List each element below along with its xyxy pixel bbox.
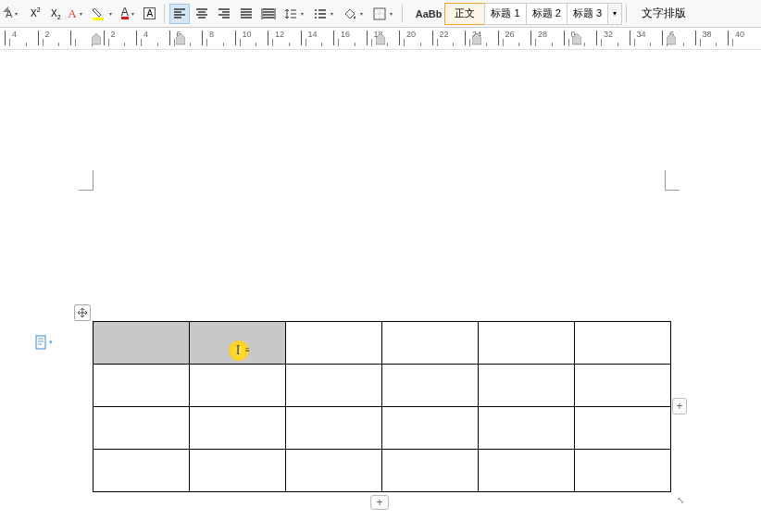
borders-button[interactable]: ▾ bbox=[369, 4, 397, 24]
table-cell[interactable] bbox=[382, 450, 479, 492]
table-cell[interactable] bbox=[190, 450, 286, 492]
table-cell[interactable] bbox=[286, 365, 382, 407]
font-color-button[interactable]: A ▾ bbox=[119, 4, 139, 24]
chevron-down-icon: ▾ bbox=[329, 10, 335, 17]
svg-point-3 bbox=[315, 17, 317, 19]
table-cell[interactable] bbox=[94, 322, 190, 365]
table-row[interactable] bbox=[94, 407, 671, 450]
chevron-down-icon: ▾ bbox=[388, 10, 394, 17]
table-cell[interactable] bbox=[575, 365, 671, 407]
chevron-down-icon: ▾ bbox=[49, 339, 53, 346]
table-move-handle[interactable] bbox=[74, 304, 91, 321]
line-spacing-icon bbox=[283, 6, 298, 21]
table-cell[interactable] bbox=[479, 407, 575, 450]
table-cell[interactable] bbox=[190, 365, 286, 407]
subscript-button[interactable]: X2 bbox=[44, 4, 63, 24]
chevron-down-icon: ▾ bbox=[13, 10, 19, 17]
align-center-button[interactable] bbox=[192, 4, 212, 24]
page-margin-corner-tl bbox=[79, 170, 94, 191]
table-cell[interactable] bbox=[286, 450, 382, 492]
align-distributed-icon bbox=[261, 6, 276, 21]
bullet-list-button[interactable]: ▾ bbox=[310, 4, 338, 24]
styles-more-button[interactable]: ▾ bbox=[607, 3, 622, 25]
table-row[interactable] bbox=[94, 365, 671, 407]
separator bbox=[402, 5, 403, 23]
align-justify-button[interactable] bbox=[236, 4, 256, 24]
styles-gallery: AaBb 正文 标题 1 标题 2 标题 3 ▾ bbox=[412, 3, 622, 25]
align-center-icon bbox=[194, 6, 209, 21]
superscript-button[interactable]: X2 bbox=[24, 4, 43, 24]
table-cell[interactable] bbox=[479, 365, 575, 407]
formatting-toolbar: A◢ ▾ X2 X2 A ▾ ▾ A ▾ A ▾ ▾ bbox=[0, 0, 761, 28]
table-cell[interactable] bbox=[286, 407, 382, 450]
chevron-down-icon: ▾ bbox=[299, 10, 306, 17]
chevron-down-icon: ▾ bbox=[78, 10, 84, 17]
style-heading3[interactable]: 标题 3 bbox=[567, 3, 608, 25]
separator bbox=[164, 5, 165, 23]
clear-formatting-button[interactable]: A◢ ▾ bbox=[3, 4, 22, 24]
separator bbox=[626, 5, 627, 23]
table-row[interactable] bbox=[94, 322, 671, 365]
document-icon bbox=[35, 335, 48, 350]
table-cell[interactable] bbox=[94, 365, 190, 407]
style-normal[interactable]: 正文 bbox=[444, 3, 485, 25]
table-cell[interactable] bbox=[575, 322, 671, 365]
table-resize-handle[interactable]: ⤡ bbox=[674, 493, 687, 506]
move-icon bbox=[77, 307, 88, 318]
style-preview: AaBb bbox=[412, 8, 446, 19]
svg-point-2 bbox=[315, 13, 317, 15]
svg-rect-5 bbox=[36, 336, 45, 349]
align-right-button[interactable] bbox=[214, 4, 234, 24]
table-cell[interactable] bbox=[575, 407, 671, 450]
chevron-down-icon: ▾ bbox=[130, 10, 136, 17]
table-row[interactable] bbox=[94, 450, 671, 492]
table-cell[interactable] bbox=[479, 322, 575, 365]
highlight-icon bbox=[92, 6, 106, 21]
align-left-button[interactable] bbox=[169, 4, 190, 24]
style-heading2[interactable]: 标题 2 bbox=[526, 3, 568, 25]
add-column-button[interactable]: + bbox=[672, 398, 687, 414]
table-cell[interactable] bbox=[94, 407, 190, 450]
align-left-icon bbox=[172, 6, 187, 21]
table-cell[interactable] bbox=[190, 322, 286, 365]
table-cell[interactable] bbox=[286, 322, 382, 365]
table-cell[interactable] bbox=[575, 450, 671, 492]
table-cell[interactable] bbox=[479, 450, 575, 492]
add-row-button[interactable]: + bbox=[370, 495, 389, 510]
paint-bucket-icon bbox=[343, 6, 357, 21]
table-cell[interactable] bbox=[382, 322, 479, 365]
align-justify-icon bbox=[239, 6, 254, 21]
shading-button[interactable]: ▾ bbox=[340, 4, 368, 24]
table-cell[interactable] bbox=[190, 407, 286, 450]
bullet-list-icon bbox=[313, 6, 328, 21]
chevron-down-icon: ▾ bbox=[107, 10, 114, 17]
text-layout-button[interactable]: 文字排版 bbox=[638, 6, 690, 21]
navigation-pane-button[interactable]: ▾ bbox=[35, 335, 53, 350]
svg-rect-0 bbox=[93, 18, 104, 20]
style-heading1[interactable]: 标题 1 bbox=[484, 3, 526, 25]
table-cell[interactable] bbox=[94, 450, 190, 492]
horizontal-ruler[interactable]: 422468101214161820222426280323463840 bbox=[0, 30, 761, 50]
borders-icon bbox=[372, 6, 387, 21]
align-distributed-button[interactable] bbox=[258, 4, 279, 24]
table-cell[interactable] bbox=[382, 365, 479, 407]
chevron-down-icon: ▾ bbox=[358, 10, 365, 17]
font-effects-button[interactable]: A ▾ bbox=[65, 4, 86, 24]
page-margin-corner-tr bbox=[665, 170, 680, 191]
highlight-color-button[interactable]: ▾ bbox=[89, 4, 117, 24]
align-right-icon bbox=[217, 6, 231, 21]
document-page: ▾ I ≡ + + ⤡ bbox=[0, 52, 761, 532]
svg-point-1 bbox=[315, 9, 317, 11]
table-cell[interactable] bbox=[382, 407, 479, 450]
document-table[interactable] bbox=[93, 321, 671, 492]
character-border-button[interactable]: A bbox=[141, 4, 159, 24]
line-spacing-button[interactable]: ▾ bbox=[281, 4, 308, 24]
